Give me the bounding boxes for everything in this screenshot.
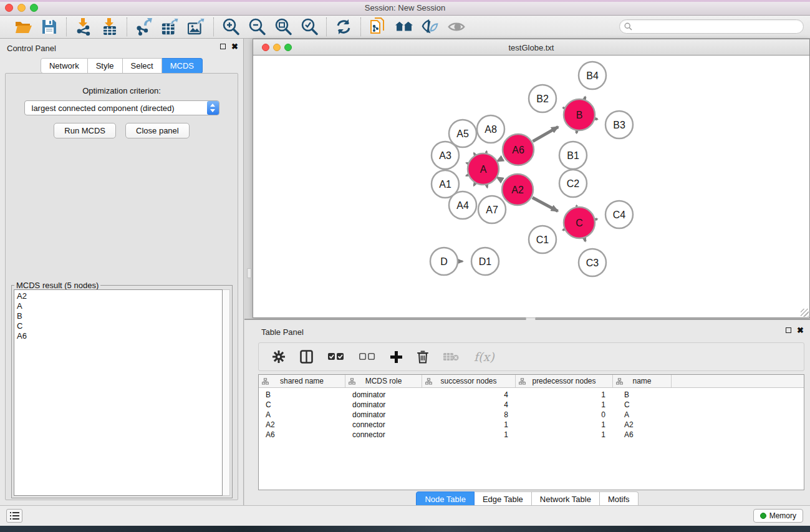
- table-row[interactable]: A2connector11A2: [259, 420, 804, 430]
- column-header-shared-name[interactable]: shared name: [259, 375, 345, 387]
- result-item[interactable]: A2: [17, 291, 222, 301]
- node-A6[interactable]: A6: [503, 134, 534, 165]
- open-file-icon[interactable]: [14, 18, 32, 36]
- node-A5[interactable]: A5: [449, 120, 476, 147]
- float-panel-icon[interactable]: [220, 44, 226, 49]
- node-B3[interactable]: B3: [605, 111, 633, 138]
- copy-network-icon[interactable]: [369, 18, 387, 36]
- mcds-result-list[interactable]: A2ABCA6: [14, 289, 223, 496]
- node-A4[interactable]: A4: [449, 191, 476, 219]
- settings-gear-icon[interactable]: [272, 347, 285, 366]
- result-item[interactable]: A6: [17, 331, 222, 341]
- export-image-icon[interactable]: [188, 18, 205, 36]
- node-C3[interactable]: C3: [579, 249, 606, 276]
- result-item[interactable]: A: [17, 301, 222, 311]
- edge-A-A5[interactable]: [474, 153, 475, 154]
- node-C1[interactable]: C1: [529, 226, 556, 253]
- select-all-checkboxes-icon[interactable]: [328, 347, 344, 366]
- close-panel-button[interactable]: Close panel: [125, 123, 190, 138]
- column-header-successor-nodes[interactable]: successor nodes: [422, 375, 516, 387]
- function-builder-icon[interactable]: f(x): [474, 350, 494, 364]
- edge-A-A7[interactable]: [487, 185, 488, 187]
- table-row[interactable]: Adominator80A: [259, 410, 804, 420]
- export-table-icon[interactable]: [162, 18, 179, 36]
- save-session-icon[interactable]: [41, 18, 58, 36]
- column-header-MCDS-role[interactable]: MCDS role: [345, 375, 422, 387]
- edge-B-B2[interactable]: [563, 108, 564, 109]
- edge-B-B4[interactable]: [585, 97, 586, 99]
- zoom-out-icon[interactable]: [248, 18, 266, 36]
- node-A2[interactable]: A2: [502, 174, 533, 205]
- node-C4[interactable]: C4: [605, 201, 633, 228]
- home-layout-icon[interactable]: [395, 18, 413, 36]
- node-A3[interactable]: A3: [432, 142, 459, 169]
- search-box[interactable]: [619, 19, 804, 34]
- edge-A6-B[interactable]: [533, 127, 558, 141]
- table-row[interactable]: Cdominator41C: [259, 400, 804, 410]
- svg-text:A: A: [480, 164, 487, 175]
- list-icon: [10, 512, 19, 520]
- column-header-name[interactable]: name: [613, 375, 672, 387]
- node-D1[interactable]: D1: [471, 248, 499, 275]
- table-row[interactable]: A6connector11A6: [259, 430, 804, 440]
- refresh-icon[interactable]: [335, 18, 352, 36]
- edge-C-C1[interactable]: [563, 230, 564, 230]
- node-B[interactable]: B: [564, 99, 595, 130]
- zoom-in-icon[interactable]: [222, 18, 239, 36]
- network-graph[interactable]: B4B2BB3A5A8A6B1A3AC2A1A2A4A7C4CC1DD1C3: [254, 56, 809, 317]
- result-item[interactable]: B: [17, 311, 222, 321]
- table-row[interactable]: Bdominator41B: [259, 390, 804, 400]
- search-input[interactable]: [635, 22, 803, 31]
- tab-style[interactable]: Style: [88, 58, 123, 74]
- tab-select[interactable]: Select: [123, 58, 162, 74]
- node-B4[interactable]: B4: [579, 62, 606, 89]
- tab-mcds[interactable]: MCDS: [162, 58, 203, 74]
- close-table-panel-icon[interactable]: ✖: [797, 327, 804, 333]
- column-header-predecessor-nodes[interactable]: predecessor nodes: [516, 375, 613, 387]
- deselect-checkboxes-icon[interactable]: [359, 347, 375, 366]
- node-B2[interactable]: B2: [529, 85, 556, 112]
- node-A[interactable]: A: [468, 153, 499, 185]
- zoom-fit-icon[interactable]: [274, 18, 292, 36]
- delete-column-icon[interactable]: [417, 347, 428, 366]
- splitter-grip-vertical[interactable]: [247, 268, 251, 278]
- close-panel-icon[interactable]: ✖: [231, 44, 238, 49]
- node-B1[interactable]: B1: [559, 142, 587, 169]
- add-column-icon[interactable]: [390, 347, 402, 366]
- optimization-criterion-label: Optimization criterion:: [6, 86, 238, 95]
- float-table-panel-icon[interactable]: [786, 327, 791, 333]
- edge-A-A4[interactable]: [474, 183, 475, 185]
- import-table-icon[interactable]: [101, 18, 118, 36]
- memory-button[interactable]: Memory: [753, 509, 803, 523]
- edge-C-C3[interactable]: [584, 239, 585, 241]
- node-D[interactable]: D: [430, 248, 458, 275]
- result-scrollbar[interactable]: [223, 289, 230, 496]
- optimization-criterion-select[interactable]: largest connected component (directed): [24, 100, 219, 115]
- zoom-selected-icon[interactable]: [301, 18, 318, 36]
- edge-B-B3[interactable]: [595, 119, 597, 120]
- table-cell: B: [259, 390, 345, 399]
- svg-text:A4: A4: [456, 200, 469, 211]
- apply-style-icon[interactable]: [422, 18, 439, 36]
- run-mcds-button[interactable]: Run MCDS: [54, 123, 116, 138]
- window-resize-grip[interactable]: [801, 309, 809, 317]
- show-hide-icon[interactable]: [448, 18, 465, 36]
- node-A7[interactable]: A7: [478, 196, 506, 223]
- delete-table-icon[interactable]: [443, 347, 459, 366]
- result-item[interactable]: C: [17, 321, 222, 331]
- edge-A-A3[interactable]: [466, 163, 468, 163]
- export-network-icon[interactable]: [135, 18, 153, 36]
- tab-network[interactable]: Network: [41, 58, 88, 74]
- svg-text:A8: A8: [485, 124, 497, 135]
- node-C[interactable]: C: [564, 207, 595, 238]
- split-table-icon[interactable]: [300, 347, 313, 366]
- network-canvas[interactable]: B4B2BB3A5A8A6B1A3AC2A1A2A4A7C4CC1DD1C3: [254, 56, 809, 317]
- node-C2[interactable]: C2: [559, 170, 587, 197]
- network-window-titlebar[interactable]: testGlobe.txt: [253, 39, 809, 56]
- table-cell: 4: [422, 390, 516, 399]
- edge-A2-C[interactable]: [533, 198, 558, 211]
- task-history-button[interactable]: [6, 509, 22, 523]
- edge-A-A1[interactable]: [466, 175, 468, 176]
- node-A8[interactable]: A8: [477, 115, 504, 143]
- import-network-icon[interactable]: [75, 18, 92, 36]
